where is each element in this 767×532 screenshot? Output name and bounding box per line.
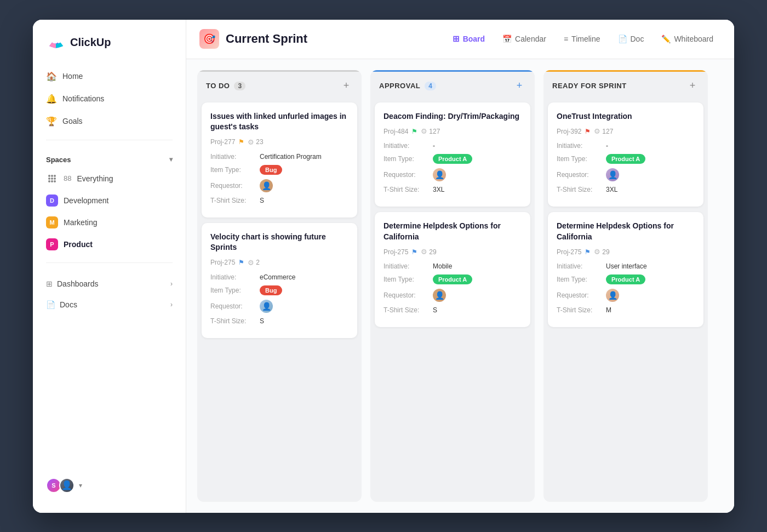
points-icon-4: ⚙ bbox=[421, 248, 427, 256]
avatar-stack: S 👤 bbox=[46, 478, 75, 493]
points-icon-6: ⚙ bbox=[594, 248, 600, 256]
initiative-value-4: Mobile bbox=[433, 262, 452, 270]
nav-timeline[interactable]: ≡ Timeline bbox=[556, 30, 608, 48]
card-approval-1-points-val: 127 bbox=[429, 128, 440, 135]
svg-point-7 bbox=[51, 180, 53, 182]
sidebar-item-dashboards[interactable]: ⊞ Dashboards › bbox=[39, 274, 179, 294]
everything-label: Everything bbox=[77, 174, 113, 183]
face-icon-2: 👤 bbox=[260, 300, 273, 313]
nav-board[interactable]: ⊞ Board bbox=[445, 30, 493, 48]
card-ready-2-title: Determine Helpdesk Options for Californi… bbox=[557, 221, 695, 242]
card-ready-1-requestor: Requestor: 👤 bbox=[557, 168, 695, 181]
initiative-label-4: Initiative: bbox=[384, 262, 433, 270]
points-icon-2: ⚙ bbox=[248, 259, 254, 267]
flag-blue-icon-3: ⚑ bbox=[585, 248, 591, 256]
sidebar-item-everything[interactable]: 88 Everything bbox=[39, 168, 179, 189]
nav-calendar[interactable]: 📅 Calendar bbox=[495, 30, 554, 48]
sidebar-section: ⊞ Dashboards › 📄 Docs › bbox=[33, 274, 186, 316]
initiative-label-3: Initiative: bbox=[384, 142, 433, 150]
card-approval-2-points-val: 29 bbox=[429, 248, 436, 256]
card-ready-2-initiative: Initiative: User interface bbox=[557, 262, 695, 270]
face-icon-6: 👤 bbox=[606, 289, 619, 302]
card-ready-2-item-type: Item Type: Product A bbox=[557, 274, 695, 284]
sidebar-item-goals[interactable]: 🏆 Goals bbox=[39, 111, 179, 132]
card-ready-2-meta: Proj-275 ⚑ ⚙ 29 bbox=[557, 248, 695, 256]
card-approval-2-meta: Proj-275 ⚑ ⚙ 29 bbox=[384, 248, 522, 256]
timeline-label: Timeline bbox=[571, 35, 600, 43]
avatar-user2: 👤 bbox=[59, 478, 75, 493]
requestor-label: Requestor: bbox=[210, 182, 260, 190]
sidebar-item-marketing[interactable]: M Marketing bbox=[39, 212, 179, 233]
tshirt-label-4: T-Shirt Size: bbox=[384, 306, 433, 314]
chevron-down-icon[interactable]: ▾ bbox=[169, 156, 173, 163]
card-approval-1-title: Deacom Finding: Dry/Trim/Packaging bbox=[384, 111, 522, 122]
column-approval-add-button[interactable]: + bbox=[513, 79, 526, 93]
initiative-value: Certification Program bbox=[260, 153, 322, 161]
product-dot: P bbox=[46, 238, 58, 250]
notifications-label: Notifications bbox=[62, 94, 104, 103]
logo-icon bbox=[46, 33, 66, 53]
bell-icon: 🔔 bbox=[46, 94, 57, 104]
card-todo-1-item-type: Item Type: Bug bbox=[210, 165, 348, 175]
column-approval: APPROVAL 4 + Deacom Finding: Dry/Trim/Pa… bbox=[370, 70, 535, 502]
home-label: Home bbox=[62, 72, 83, 81]
requestor-avatar-6: 👤 bbox=[606, 289, 619, 302]
column-todo-add-button[interactable]: + bbox=[340, 79, 353, 93]
requestor-avatar-2: 👤 bbox=[260, 300, 273, 313]
item-type-label-5: Item Type: bbox=[557, 155, 606, 163]
card-approval-2-title: Determine Helpdesk Options for Californi… bbox=[384, 221, 522, 242]
sidebar-item-product[interactable]: P Product bbox=[39, 234, 179, 255]
card-approval-2-item-type: Item Type: Product A bbox=[384, 274, 522, 284]
card-todo-2-meta: Proj-275 ⚑ ⚙ 2 bbox=[210, 259, 348, 267]
card-todo-2-title: Velocity chart is showing future Sprints bbox=[210, 232, 348, 253]
nav-doc[interactable]: 📄 Doc bbox=[610, 30, 652, 48]
column-ready-add-button[interactable]: + bbox=[686, 79, 699, 93]
card-approval-2-points: ⚙ 29 bbox=[421, 248, 436, 256]
card-todo-2-points: ⚙ 2 bbox=[248, 259, 260, 267]
initiative-label-2: Initiative: bbox=[210, 273, 260, 281]
column-todo-header: TO DO 3 + bbox=[197, 70, 362, 98]
tshirt-value-5: 3XL bbox=[606, 186, 617, 193]
dashboards-chevron: › bbox=[170, 280, 173, 288]
item-type-label-4: Item Type: bbox=[384, 276, 433, 283]
requestor-label-5: Requestor: bbox=[557, 171, 606, 179]
card-todo-2-tshirt: T-Shirt Size: S bbox=[210, 317, 348, 325]
footer-chevron[interactable]: ▾ bbox=[79, 482, 82, 489]
sidebar-item-notifications[interactable]: 🔔 Notifications bbox=[39, 88, 179, 110]
card-ready-1-points: ⚙ 127 bbox=[594, 127, 613, 135]
card-ready-2-requestor: Requestor: 👤 bbox=[557, 289, 695, 302]
svg-point-0 bbox=[48, 175, 50, 177]
tshirt-value-3: 3XL bbox=[433, 186, 444, 193]
column-todo: TO DO 3 + Issues with linked unfurled im… bbox=[197, 70, 362, 502]
sidebar-item-docs[interactable]: 📄 Docs › bbox=[39, 295, 179, 314]
card-approval-1-meta: Proj-484 ⚑ ⚙ 127 bbox=[384, 127, 522, 135]
card-ready-1-proj: Proj-392 bbox=[557, 128, 581, 135]
sidebar-item-home[interactable]: 🏠 Home bbox=[39, 66, 179, 87]
logo-area: ClickUp bbox=[33, 33, 186, 66]
card-ready-2: Determine Helpdesk Options for Californi… bbox=[548, 212, 703, 327]
card-todo-1: Issues with linked unfurled images in gu… bbox=[202, 102, 357, 218]
spaces-header: Spaces ▾ bbox=[33, 147, 186, 168]
svg-point-4 bbox=[51, 178, 53, 180]
dashboards-left: ⊞ Dashboards bbox=[46, 279, 99, 288]
main-header: 🎯 Current Sprint ⊞ Board 📅 Calendar ≡ Ti… bbox=[186, 20, 734, 59]
flag-blue-icon-2: ⚑ bbox=[411, 248, 417, 256]
column-ready-header-left: READY FOR SPRINT bbox=[552, 82, 627, 90]
column-ready-header: READY FOR SPRINT + bbox=[543, 70, 708, 98]
card-todo-1-points: ⚙ 23 bbox=[248, 138, 263, 146]
card-ready-1-meta: Proj-392 ⚑ ⚙ 127 bbox=[557, 127, 695, 135]
calendar-label: Calendar bbox=[515, 35, 546, 43]
tshirt-label-6: T-Shirt Size: bbox=[557, 306, 606, 314]
sidebar-item-development[interactable]: D Development bbox=[39, 190, 179, 211]
product-label: Product bbox=[64, 240, 93, 249]
card-todo-1-title: Issues with linked unfurled images in gu… bbox=[210, 111, 348, 133]
initiative-label-6: Initiative: bbox=[557, 262, 606, 270]
requestor-label-3: Requestor: bbox=[384, 171, 433, 179]
svg-point-2 bbox=[54, 175, 56, 177]
column-approval-header-left: APPROVAL 4 bbox=[379, 82, 436, 90]
tshirt-value-6: M bbox=[606, 306, 611, 314]
card-approval-1-item-type: Item Type: Product A bbox=[384, 154, 522, 164]
card-ready-2-points-val: 29 bbox=[602, 248, 609, 256]
nav-whiteboard[interactable]: ✏️ Whiteboard bbox=[654, 30, 721, 48]
card-approval-1-tshirt: T-Shirt Size: 3XL bbox=[384, 186, 522, 193]
